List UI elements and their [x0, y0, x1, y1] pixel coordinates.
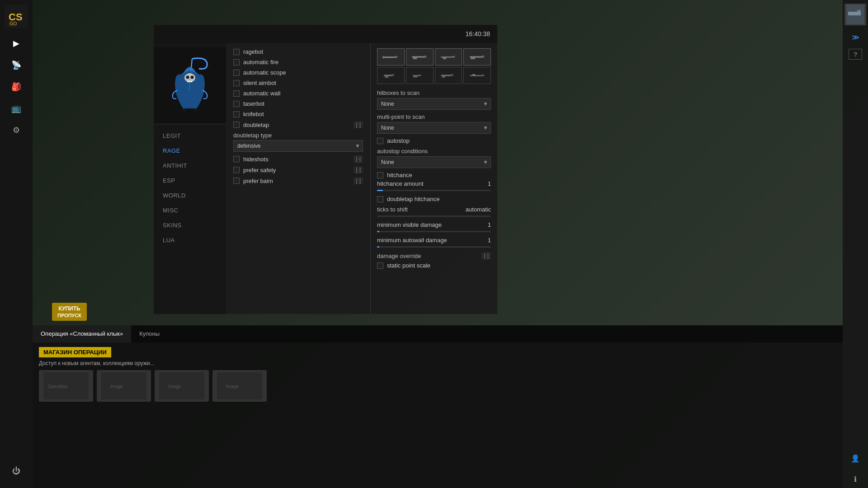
doubletap-checkbox[interactable] [233, 122, 240, 128]
svg-rect-28 [385, 76, 388, 78]
weapon-sniper[interactable] [463, 67, 491, 84]
prefer-safety-checkbox[interactable] [233, 167, 240, 173]
cheat-panel: 16:40:38 [154, 25, 497, 314]
svg-rect-40 [101, 372, 146, 399]
prefer-baim-checkbox[interactable] [233, 178, 240, 184]
min-autowall-value: 1 [488, 237, 491, 244]
prefer-baim-row: prefer baim [-] [233, 177, 363, 184]
nav-rage[interactable]: RAGE [154, 144, 226, 158]
prefer-baim-label[interactable]: prefer baim [243, 178, 273, 184]
weapon-pistol1[interactable] [377, 67, 405, 84]
prefer-safety-keybind[interactable]: [-] [354, 166, 363, 174]
doubletap-label[interactable]: doubletap [243, 122, 269, 128]
autostop-label[interactable]: autostop [387, 137, 410, 144]
nav-lua[interactable]: LUA [154, 233, 226, 247]
silent-aimbot-label[interactable]: silent aimbot [243, 80, 276, 86]
person-icon[interactable]: 👤 [846, 449, 864, 467]
autostop-conditions-select[interactable]: None [377, 156, 491, 168]
nav-legit[interactable]: LEGIT [154, 129, 226, 143]
weapon-grid [377, 48, 491, 84]
nav-misc[interactable]: MISC [154, 203, 226, 217]
hitchance-amount-label: hitchance amount [377, 180, 424, 187]
nav-world[interactable]: WORLD [154, 188, 226, 202]
chevrons-up-icon[interactable]: ≫ [846, 28, 864, 46]
gear-button[interactable]: ⚙ [6, 120, 26, 140]
min-visible-row: minimum visible damage 1 [377, 221, 491, 228]
weapon-pistol2[interactable] [406, 67, 434, 84]
ragebot-label[interactable]: ragebot [243, 48, 263, 55]
doubletap-hitchance-checkbox[interactable] [377, 196, 383, 202]
weapon-rifle4[interactable] [463, 48, 491, 66]
weapon-rifle1[interactable] [377, 48, 405, 66]
svg-rect-44 [217, 372, 262, 399]
buy-pass-line2: ПРОПУСК [57, 313, 81, 318]
auto-wall-checkbox[interactable] [233, 90, 240, 97]
damage-override-label: damage override [377, 253, 421, 259]
silent-aimbot-checkbox[interactable] [233, 80, 240, 86]
knifebot-checkbox[interactable] [233, 111, 240, 117]
hitchance-checkbox[interactable] [377, 172, 383, 178]
question-mark-icon[interactable]: ? [849, 49, 862, 60]
hideshots-label[interactable]: hideshots [243, 156, 269, 163]
nav-skins[interactable]: SKINS [154, 218, 226, 232]
autostop-checkbox[interactable] [377, 138, 383, 144]
antenna-button[interactable]: 📡 [6, 55, 26, 75]
hideshots-keybind[interactable]: [-] [354, 155, 363, 163]
briefcase-button[interactable]: 🎒 [6, 77, 26, 97]
doubletap-hitchance-row: doubletap hitchance [377, 196, 491, 202]
static-point-label[interactable]: static point scale [387, 262, 430, 269]
cheat-logo [154, 47, 226, 124]
min-autowall-slider[interactable] [377, 246, 491, 248]
auto-wall-label[interactable]: automatic wall [243, 90, 280, 97]
damage-override-keybind[interactable]: [-] [481, 252, 491, 259]
knifebot-label[interactable]: knifebot [243, 111, 264, 117]
operation-banner[interactable]: МАГАЗИН ОПЕРАЦИИ [39, 347, 111, 357]
auto-fire-checkbox[interactable] [233, 59, 240, 66]
svg-rect-42 [159, 372, 204, 399]
bottom-content: МАГАЗИН ОПЕРАЦИИ Доступ к новым агентам,… [33, 343, 843, 488]
auto-scope-row: automatic scope [233, 69, 363, 76]
info-icon[interactable]: ℹ [846, 470, 864, 488]
hideshots-checkbox[interactable] [233, 156, 240, 162]
weapon-smg[interactable] [435, 67, 462, 84]
svg-rect-37 [472, 74, 475, 75]
operation-img-2: Image [97, 370, 151, 402]
svg-rect-34 [442, 76, 445, 78]
nav-antihit[interactable]: ANTIHIT [154, 159, 226, 173]
prefer-safety-label[interactable]: prefer safety [243, 167, 276, 174]
hitchance-slider[interactable] [377, 190, 491, 191]
buy-pass-line1: КУПИТЬ [57, 305, 81, 312]
doubletap-keybind[interactable]: [-] [354, 121, 363, 128]
play-button[interactable]: ▶ [6, 33, 26, 53]
doubletap-type-select[interactable]: defensive aggressive [233, 140, 363, 152]
tab-coupons[interactable]: Купоны [131, 325, 168, 343]
auto-scope-checkbox[interactable] [233, 70, 240, 76]
prefer-baim-keybind[interactable]: [-] [354, 177, 363, 184]
tv-button[interactable]: 📺 [6, 99, 26, 118]
nav-esp[interactable]: ESP [154, 174, 226, 188]
svg-text::GO: :GO [9, 21, 17, 26]
hitboxes-select[interactable]: None Head Body [377, 98, 491, 110]
tab-operation[interactable]: Операция «Сломанный клык» [33, 325, 131, 343]
left-sidebar: CS :GO ▶ 📡 🎒 📺 ⚙ ⏻ [0, 0, 33, 488]
doubletap-type-row: doubletap type defensive aggressive ▼ [233, 132, 363, 152]
taserbot-checkbox[interactable] [233, 101, 240, 107]
weapon-rifle3[interactable] [435, 48, 462, 66]
power-button[interactable]: ⏻ [6, 461, 26, 481]
weapon-rifle2[interactable] [406, 48, 434, 66]
taserbot-label[interactable]: taserbot [243, 100, 264, 107]
min-visible-slider[interactable] [377, 231, 491, 232]
buy-pass-button[interactable]: КУПИТЬ ПРОПУСК [52, 303, 87, 321]
multipoint-select[interactable]: None [377, 122, 491, 134]
ticks-slider[interactable] [377, 216, 491, 217]
ragebot-row: ragebot [233, 48, 363, 55]
static-point-checkbox[interactable] [377, 263, 383, 269]
auto-fire-label[interactable]: automatic fire [243, 59, 278, 66]
prefer-safety-row: prefer safety [-] [233, 166, 363, 174]
ragebot-checkbox[interactable] [233, 49, 240, 55]
auto-scope-label[interactable]: automatic scope [243, 69, 286, 76]
operation-img-3: Image [155, 370, 209, 402]
hitchance-label[interactable]: hitchance [387, 172, 412, 178]
doubletap-hitchance-label[interactable]: doubletap hitchance [387, 196, 439, 202]
cheat-nav: LEGIT RAGE ANTIHIT ESP WORLD MISC SKINS … [154, 43, 226, 314]
